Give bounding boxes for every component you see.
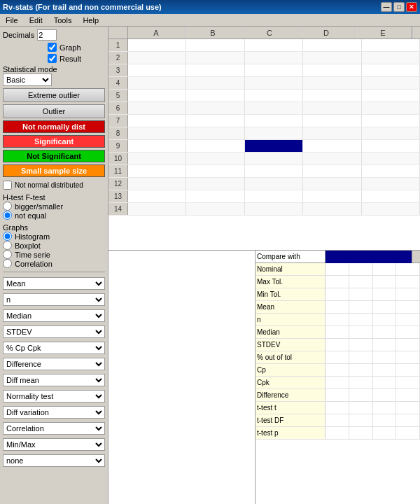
not-normal-checkbox[interactable] xyxy=(3,181,12,190)
stats-scrollbar[interactable] xyxy=(412,251,420,262)
blue-cell[interactable] xyxy=(245,140,303,152)
stdev-stats-label: STDEV xyxy=(255,339,326,351)
decimals-input[interactable] xyxy=(37,29,57,41)
grid-scrollbar[interactable] xyxy=(412,27,420,38)
diff-variation-row: Diff variation xyxy=(3,406,105,419)
cp-cpk-select[interactable]: % Cp Cpk xyxy=(3,342,105,354)
result-checkbox[interactable] xyxy=(48,54,57,63)
none-select[interactable]: none xyxy=(3,454,105,467)
close-button[interactable]: ✕ xyxy=(406,2,417,12)
list-item: Cpk xyxy=(255,377,420,389)
list-item: t-test DF xyxy=(255,414,420,427)
mean-select[interactable]: Mean xyxy=(3,277,105,290)
list-item: t-test t xyxy=(255,402,420,414)
left-panel: Decimals Graph Result Statistical mode B… xyxy=(0,27,108,504)
graph-checkbox[interactable] xyxy=(48,43,57,52)
result-checkbox-row: Result xyxy=(48,54,81,63)
stdev-select[interactable]: STDEV xyxy=(3,326,105,338)
cpk-label: Cpk xyxy=(255,377,326,388)
list-item: Max Tol. xyxy=(255,276,420,288)
stats-rows-container: Nominal Max Tol. xyxy=(255,263,420,504)
menu-tools[interactable]: Tools xyxy=(51,15,75,25)
not-equal-label: not equal xyxy=(15,211,46,220)
minimize-button[interactable]: — xyxy=(381,2,392,12)
menu-help[interactable]: Help xyxy=(80,15,102,25)
boxplot-radio[interactable] xyxy=(3,241,12,250)
table-row: 9 xyxy=(108,140,420,153)
bigger-smaller-radio[interactable] xyxy=(3,202,12,211)
table-row: 5 xyxy=(108,90,420,102)
ttest-p-label: t-test p xyxy=(255,427,326,439)
normality-select[interactable]: Normality test xyxy=(3,390,105,402)
graph-label: Graph xyxy=(59,43,81,52)
col-header-b: B xyxy=(185,27,241,38)
legend-not-normally: Not normally dist xyxy=(3,120,105,133)
boxplot-label: Boxplot xyxy=(15,241,41,250)
compare-with-label: Compare with xyxy=(255,251,326,262)
list-item: STDEV xyxy=(255,339,420,351)
separator-1 xyxy=(3,272,105,272)
title-bar: Rv-stats (For trail and non commercial u… xyxy=(0,0,420,14)
graphs-section: Graphs Histogram Boxplot Time serie Corr… xyxy=(3,223,105,268)
graphs-label: Graphs xyxy=(3,223,28,232)
maximize-button[interactable]: □ xyxy=(393,2,405,12)
not-normal-label: Not normal distributed xyxy=(15,181,83,189)
normality-row: Normality test xyxy=(3,390,105,402)
correlation-dropdown-row: Correlation xyxy=(3,422,105,435)
time-serie-row: Time serie xyxy=(3,250,105,259)
cp-label: Cp xyxy=(255,364,326,376)
table-row: 1 xyxy=(108,39,420,52)
stats-header: Compare with xyxy=(255,251,420,263)
col-header-e: E xyxy=(355,27,412,38)
diff-mean-select[interactable]: Diff mean xyxy=(3,374,105,386)
right-panel: A B C D E 1 2 xyxy=(108,27,420,504)
correlation-select[interactable]: Correlation xyxy=(3,422,105,435)
ttest-df-label: t-test DF xyxy=(255,414,326,426)
difference-select[interactable]: Difference xyxy=(3,358,105,370)
table-row: 7 xyxy=(108,115,420,127)
histogram-radio[interactable] xyxy=(3,232,12,241)
median-select[interactable]: Median xyxy=(3,309,105,322)
diff-variation-select[interactable]: Diff variation xyxy=(3,406,105,419)
median-row: Median xyxy=(3,309,105,322)
list-item: Median xyxy=(255,326,420,339)
grid-body: 1 2 3 xyxy=(108,39,420,251)
difference-row: Difference xyxy=(3,358,105,370)
outlier-button[interactable]: Outlier xyxy=(3,104,105,118)
correlation-radio[interactable] xyxy=(3,259,12,268)
min-max-select[interactable]: Min/Max xyxy=(3,438,105,451)
diff-mean-row: Diff mean xyxy=(3,374,105,386)
out-of-tol-label: % out of tol xyxy=(255,351,326,363)
legend-significant: Significant xyxy=(3,135,105,148)
table-row: 2 xyxy=(108,52,420,64)
main-layout: Decimals Graph Result Statistical mode B… xyxy=(0,27,420,504)
decimals-row: Decimals xyxy=(3,29,105,41)
menu-edit[interactable]: Edit xyxy=(27,15,46,25)
bottom-section: Compare with Nominal xyxy=(108,251,420,504)
htest-label: H-test F-test xyxy=(3,193,46,202)
max-tol-label: Max Tol. xyxy=(255,276,326,288)
result-row: Result xyxy=(3,54,105,63)
htest-section: H-test F-test bigger/smaller not equal xyxy=(3,193,105,220)
n-stats-label: n xyxy=(255,314,326,326)
list-item: Difference xyxy=(255,389,420,402)
time-serie-radio[interactable] xyxy=(3,250,12,259)
stats-table: Compare with Nominal xyxy=(255,251,420,504)
row-num-header xyxy=(108,27,128,38)
graph-result-row: Graph xyxy=(3,43,105,52)
mean-row: Mean xyxy=(3,277,105,290)
cp-cpk-row: % Cp Cpk xyxy=(3,342,105,354)
grid-header: A B C D E xyxy=(108,27,420,39)
histogram-label: Histogram xyxy=(15,232,50,241)
extreme-outlier-button[interactable]: Extreme outlier xyxy=(3,88,105,102)
table-row: 10 xyxy=(108,153,420,165)
not-equal-radio[interactable] xyxy=(3,211,12,220)
title-text: Rv-stats (For trail and non commercial u… xyxy=(3,3,162,11)
menu-file[interactable]: File xyxy=(3,15,21,25)
histogram-row: Histogram xyxy=(3,232,105,241)
list-item: Mean xyxy=(255,301,420,314)
n-select[interactable]: n xyxy=(3,293,105,306)
bigger-smaller-label: bigger/smaller xyxy=(15,202,63,211)
stat-mode-select[interactable]: Basic Advanced xyxy=(3,74,52,86)
correlation-row: Correlation xyxy=(3,259,105,268)
